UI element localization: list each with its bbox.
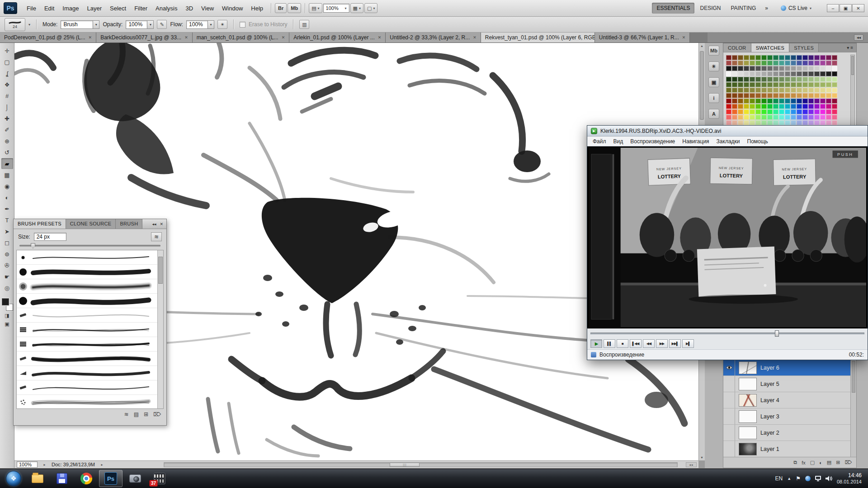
close-icon[interactable]: ✕ [682, 35, 686, 40]
color-swatch[interactable] [750, 71, 755, 76]
color-swatch[interactable] [773, 104, 778, 109]
layer-row[interactable]: Layer 4 [723, 392, 850, 408]
color-swatch[interactable] [832, 82, 837, 87]
color-swatch[interactable] [726, 77, 731, 82]
color-swatch[interactable] [755, 109, 761, 114]
color-swatch[interactable] [791, 115, 796, 120]
layer-effects-button[interactable]: fx [802, 460, 806, 465]
color-swatch[interactable] [750, 82, 755, 87]
color-swatch[interactable] [832, 61, 837, 66]
color-swatch[interactable] [791, 99, 796, 103]
color-swatch[interactable] [797, 104, 802, 109]
color-swatch[interactable] [802, 120, 808, 125]
color-swatch[interactable] [802, 104, 808, 109]
tab-clone-source[interactable]: CLONE SOURCE [66, 219, 116, 229]
color-swatch[interactable] [808, 99, 814, 103]
slider-thumb[interactable] [31, 243, 35, 249]
menu-view[interactable]: View [197, 4, 218, 13]
color-swatch[interactable] [755, 66, 761, 71]
color-swatch[interactable] [755, 120, 761, 125]
color-swatch[interactable] [744, 61, 749, 66]
color-swatch[interactable] [808, 82, 814, 87]
brush-preset-row[interactable] [17, 366, 157, 380]
eyedropper-tool[interactable]: ⌡ [1, 102, 13, 113]
color-swatch[interactable] [802, 55, 808, 60]
color-swatch[interactable] [808, 66, 814, 71]
marquee-tool[interactable]: ▢ [1, 56, 13, 67]
menu-3d[interactable]: 3D [181, 4, 197, 13]
color-swatch[interactable] [785, 120, 790, 125]
color-swatch[interactable] [814, 109, 820, 114]
color-swatch[interactable] [732, 71, 737, 76]
pause-button[interactable]: ▌▌ [604, 339, 615, 348]
color-swatch[interactable] [785, 61, 790, 66]
brush-list-scrollbar[interactable] [157, 250, 163, 408]
color-swatch[interactable] [808, 120, 814, 125]
foreground-color-swatch[interactable] [2, 298, 9, 305]
color-swatch[interactable] [738, 61, 743, 66]
color-swatch[interactable] [808, 77, 814, 82]
color-swatch[interactable] [744, 66, 749, 71]
arrange-documents-button[interactable]: ▦▾ [350, 3, 363, 13]
color-swatch[interactable] [802, 82, 808, 87]
taskbar-capture-app[interactable] [123, 470, 147, 487]
color-swatch[interactable] [814, 93, 820, 98]
color-swatch[interactable] [797, 71, 802, 76]
collapse-panels-icon[interactable]: ◂◂ [854, 34, 863, 41]
chevron-down-icon[interactable]: ▾ [93, 20, 99, 29]
color-swatch[interactable] [726, 104, 731, 109]
color-swatch[interactable] [832, 66, 837, 71]
more-workspaces-icon[interactable]: » [761, 3, 772, 14]
color-swatch[interactable] [773, 99, 778, 103]
color-swatch[interactable] [820, 120, 826, 125]
quick-selection-tool[interactable]: ❖ [1, 79, 13, 90]
volume-icon[interactable] [826, 476, 832, 481]
color-swatch[interactable] [750, 55, 755, 60]
color-swatch[interactable] [826, 93, 831, 98]
workspace-essentials[interactable]: ESSENTIALS [652, 3, 694, 14]
color-swatch[interactable] [785, 82, 790, 87]
color-swatch[interactable] [779, 71, 784, 76]
tab-color[interactable]: COLOR [723, 43, 751, 52]
color-swatch[interactable] [826, 55, 831, 60]
color-swatch[interactable] [773, 77, 778, 82]
menu-select[interactable]: Select [106, 4, 130, 13]
color-swatch[interactable] [744, 71, 749, 76]
color-swatch[interactable] [738, 109, 743, 114]
chevron-down-icon[interactable]: ▾ [208, 20, 214, 29]
size-slider[interactable] [19, 245, 160, 247]
color-swatch[interactable] [779, 66, 784, 71]
color-swatch[interactable] [738, 82, 743, 87]
3d-rotate-tool[interactable]: ⊚ [1, 249, 13, 259]
play-button[interactable]: ▶ [590, 339, 602, 348]
player-menu-item[interactable]: Воспроизведение [627, 137, 679, 146]
color-swatch[interactable] [832, 77, 837, 82]
color-swatch[interactable] [767, 88, 773, 93]
color-swatch[interactable] [832, 109, 837, 114]
menu-window[interactable]: Window [218, 4, 247, 13]
color-swatch[interactable] [779, 115, 784, 120]
color-swatch[interactable] [791, 109, 796, 114]
color-swatch[interactable] [797, 120, 802, 125]
opacity-field[interactable]: 100% [126, 20, 147, 29]
close-icon[interactable]: ✕ [282, 35, 285, 40]
zoom-tool[interactable]: ◎ [1, 282, 13, 293]
color-swatch[interactable] [791, 93, 796, 98]
color-swatch[interactable] [797, 55, 802, 60]
color-swatch[interactable] [750, 88, 755, 93]
color-swatch[interactable] [726, 71, 731, 76]
color-swatch[interactable] [791, 120, 796, 125]
color-swatch[interactable] [767, 61, 773, 66]
panel-menu-icon[interactable]: ▾≡ [844, 43, 856, 52]
layers-scrollbar[interactable] [850, 360, 856, 457]
flow-field[interactable]: 100% [186, 20, 208, 29]
clone-stamp-tool[interactable]: ⊕ [1, 136, 13, 146]
color-swatch[interactable] [726, 115, 731, 120]
color-swatch[interactable] [755, 99, 761, 103]
color-swatch[interactable] [814, 61, 820, 66]
crop-tool[interactable]: # [1, 90, 13, 101]
launch-bridge-button[interactable]: Br [275, 3, 287, 13]
color-swatch[interactable] [802, 93, 808, 98]
link-layers-button[interactable]: ⧉ [793, 460, 797, 465]
brush-preset-row[interactable] [17, 337, 157, 352]
